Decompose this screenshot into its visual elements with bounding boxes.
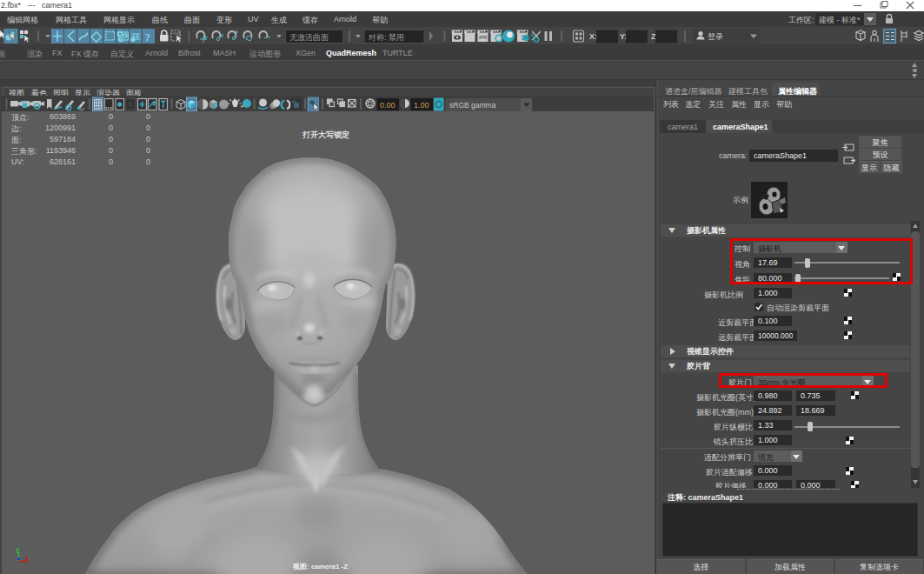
svg-text:视图: camera1 -Z: 视图: camera1 -Z [292, 563, 348, 571]
svg-text:登录: 登录 [708, 32, 723, 41]
svg-text:对称: 禁用: 对称: 禁用 [368, 33, 404, 42]
svg-text:sRGB gamma: sRGB gamma [449, 101, 496, 110]
svg-text:?: ? [145, 30, 151, 43]
svg-text:IPR: IPR [479, 35, 487, 40]
svg-text:y: y [16, 545, 20, 553]
svg-text:无激活曲面: 无激活曲面 [289, 33, 329, 42]
svg-text:X:: X: [589, 32, 597, 41]
svg-text:0.00: 0.00 [380, 101, 396, 110]
svg-text:1.00: 1.00 [414, 101, 429, 110]
svg-text:打开大写锁定: 打开大写锁定 [302, 130, 349, 139]
svg-text:x: x [25, 555, 30, 563]
